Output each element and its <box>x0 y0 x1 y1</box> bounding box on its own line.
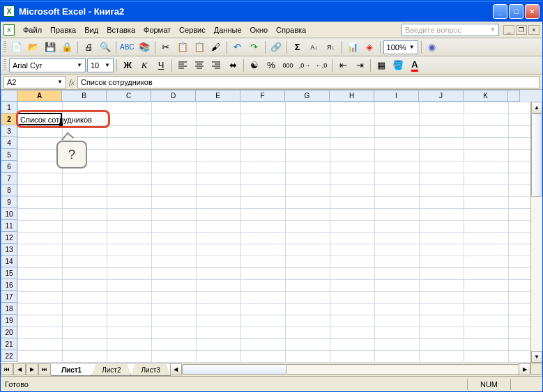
zoom-combo[interactable]: 100%▼ <box>383 40 418 54</box>
menu-tools[interactable]: Сервис <box>175 24 210 36</box>
row-header-6[interactable]: 6 <box>1 161 17 173</box>
sort-desc-button[interactable]: Я↓ <box>323 40 339 55</box>
name-box[interactable]: A2▼ <box>3 76 66 88</box>
new-button[interactable]: 📄 <box>9 40 24 55</box>
menu-insert[interactable]: Вставка <box>102 24 139 36</box>
cut-button[interactable]: ✂ <box>158 40 174 55</box>
align-right-button[interactable] <box>208 58 224 73</box>
undo-button[interactable]: ↶ <box>230 40 245 55</box>
menu-file[interactable]: Файл <box>19 24 46 36</box>
window-close-button[interactable]: × <box>525 4 540 19</box>
sheet-tab-1[interactable]: Лист1 <box>51 364 92 376</box>
align-left-button[interactable] <box>175 58 190 73</box>
fill-color-button[interactable]: 🪣 <box>390 58 406 73</box>
vertical-scrollbar[interactable]: ▲ ▼ <box>530 102 542 363</box>
decrease-indent-button[interactable]: ⇤ <box>335 58 351 73</box>
italic-button[interactable]: К <box>137 58 152 73</box>
sort-asc-button[interactable]: А↓ <box>307 40 322 55</box>
increase-indent-button[interactable]: ⇥ <box>352 58 367 73</box>
col-header-F[interactable]: F <box>240 90 285 102</box>
row-header-20[interactable]: 20 <box>1 327 17 338</box>
row-header-14[interactable]: 14 <box>1 256 17 267</box>
print-button[interactable]: 🖨 <box>81 40 96 55</box>
tab-nav-next[interactable]: ▶ <box>26 363 38 375</box>
row-header-12[interactable]: 12 <box>1 232 17 244</box>
font-color-button[interactable]: A <box>407 58 422 73</box>
increase-decimal-button[interactable]: ,0→ <box>297 58 312 73</box>
row-header-9[interactable]: 9 <box>1 196 17 208</box>
scroll-left-button[interactable]: ◀ <box>170 363 182 375</box>
decrease-decimal-button[interactable]: ←,0 <box>314 58 329 73</box>
row-header-18[interactable]: 18 <box>1 303 17 315</box>
hyperlink-button[interactable]: 🔗 <box>268 40 284 55</box>
window-maximize-button[interactable]: □ <box>509 4 523 19</box>
format-painter-button[interactable]: 🖌 <box>208 40 224 55</box>
sheet-tab-2[interactable]: Лист2 <box>91 364 131 376</box>
copy-button[interactable]: 📋 <box>175 40 190 55</box>
menu-help[interactable]: Справка <box>272 24 310 36</box>
chart-wizard-button[interactable]: 📊 <box>345 40 360 55</box>
sheet-tab-3[interactable]: Лист3 <box>130 364 170 376</box>
col-header-I[interactable]: I <box>374 90 419 102</box>
currency-button[interactable]: ☯ <box>247 58 262 73</box>
col-header-C[interactable]: C <box>107 90 151 102</box>
row-header-17[interactable]: 17 <box>1 291 17 303</box>
row-header-10[interactable]: 10 <box>1 208 17 220</box>
tab-nav-first[interactable]: ⏮ <box>1 363 13 375</box>
mdi-minimize-button[interactable]: _ <box>503 25 514 35</box>
mdi-restore-button[interactable]: ❐ <box>516 25 527 35</box>
scroll-right-button[interactable]: ▶ <box>519 363 530 375</box>
mdi-close-button[interactable]: × <box>528 25 540 35</box>
row-header-19[interactable]: 19 <box>1 315 17 327</box>
row-header-1[interactable]: 1 <box>1 102 17 113</box>
menu-data[interactable]: Данные <box>210 24 246 36</box>
toolbar-grip[interactable] <box>3 59 6 72</box>
row-header-7[interactable]: 7 <box>1 173 17 185</box>
research-button[interactable]: 📚 <box>137 40 152 55</box>
scroll-thumb-horizontal[interactable] <box>182 364 286 375</box>
print-preview-button[interactable]: 🔍 <box>98 40 113 55</box>
row-header-2[interactable]: 2 <box>1 113 17 125</box>
row-header-16[interactable]: 16 <box>1 279 17 291</box>
col-header-B[interactable]: B <box>62 90 107 102</box>
save-button[interactable]: 💾 <box>43 40 58 55</box>
scroll-down-button[interactable]: ▼ <box>531 351 542 363</box>
help-search-input[interactable]: Введите вопрос ▼ <box>401 24 499 36</box>
bold-button[interactable]: Ж <box>120 58 135 73</box>
tab-nav-last[interactable]: ⏭ <box>38 363 51 375</box>
menu-window[interactable]: Окно <box>246 24 273 36</box>
col-header-E[interactable]: E <box>196 90 240 102</box>
col-header-A[interactable]: A <box>17 90 62 102</box>
spelling-button[interactable]: ABC <box>119 40 135 55</box>
col-header-J[interactable]: J <box>419 90 464 102</box>
scroll-thumb-vertical[interactable] <box>531 113 542 197</box>
permission-button[interactable]: 🔒 <box>59 40 75 55</box>
fx-button[interactable]: fx <box>69 78 75 86</box>
font-size-combo[interactable]: 10▼ <box>87 58 114 72</box>
select-all-corner[interactable] <box>1 90 17 102</box>
row-header-3[interactable]: 3 <box>1 125 17 137</box>
row-header-21[interactable]: 21 <box>1 338 17 350</box>
toolbar-grip[interactable] <box>3 41 6 54</box>
row-header-11[interactable]: 11 <box>1 220 17 232</box>
align-center-button[interactable] <box>192 58 207 73</box>
redo-button[interactable]: ↷ <box>247 40 262 55</box>
cell-A2[interactable]: Список сотрудников <box>19 113 93 125</box>
open-button[interactable]: 📂 <box>26 40 41 55</box>
col-header-D[interactable]: D <box>151 90 196 102</box>
row-header-22[interactable]: 22 <box>1 350 17 362</box>
borders-button[interactable]: ▦ <box>374 58 389 73</box>
autosum-button[interactable]: Σ <box>290 40 305 55</box>
menu-edit[interactable]: Правка <box>46 24 80 36</box>
row-header-5[interactable]: 5 <box>1 149 17 161</box>
col-header-K[interactable]: K <box>464 90 508 102</box>
col-header-H[interactable]: H <box>330 90 374 102</box>
help-button[interactable]: ◉ <box>425 40 440 55</box>
row-header-4[interactable]: 4 <box>1 137 17 149</box>
menu-format[interactable]: Формат <box>139 24 175 36</box>
window-minimize-button[interactable]: _ <box>493 4 507 19</box>
underline-button[interactable]: Ч <box>153 58 169 73</box>
drawing-button[interactable]: ◈ <box>362 40 377 55</box>
scroll-up-button[interactable]: ▲ <box>531 102 542 113</box>
menu-view[interactable]: Вид <box>80 24 102 36</box>
